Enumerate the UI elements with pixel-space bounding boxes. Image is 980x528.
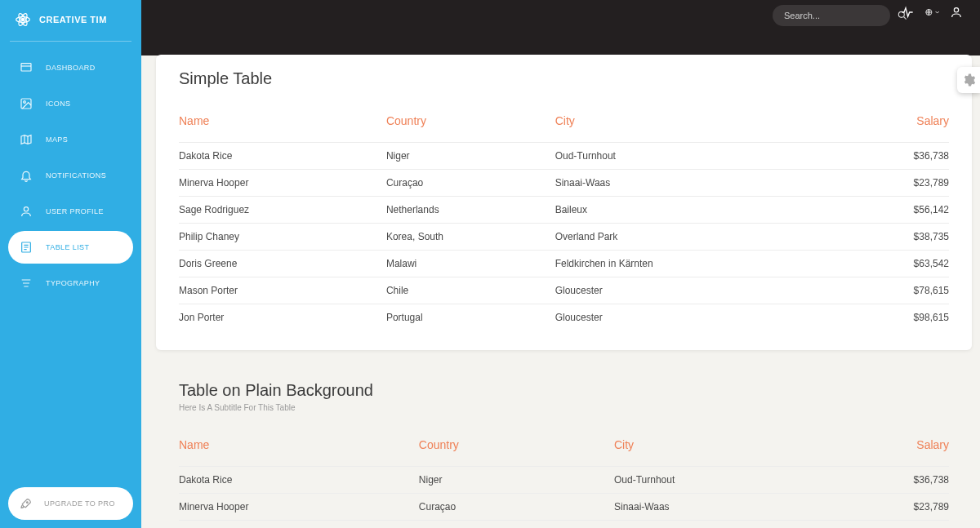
table-row: Mason PorterChileGloucester$78,615 [179, 277, 949, 304]
card-title: Table on Plain Background [179, 381, 949, 400]
table-cell: Dakota Rice [179, 467, 419, 494]
table-cell: Baileux [614, 521, 828, 529]
table-cell: Portugal [386, 304, 555, 331]
table-cell: Sinaai-Waas [614, 494, 828, 521]
sidebar-item-icons[interactable]: ICONS [8, 87, 133, 120]
table-header: Country [386, 106, 555, 143]
table-cell: Sinaai-Waas [555, 170, 844, 197]
table-cell: Gloucester [555, 304, 844, 331]
table-cell: Curaçao [419, 494, 614, 521]
sidebar-item-table-list[interactable]: TABLE LIST [8, 231, 133, 264]
search-input[interactable] [784, 11, 897, 20]
main: Simple Table NameCountryCitySalary Dakot… [141, 0, 980, 528]
table-cell: Philip Chaney [179, 224, 386, 251]
plain-table: NameCountryCitySalary Dakota RiceNigerOu… [179, 430, 949, 528]
svg-point-6 [24, 101, 26, 104]
table-cell: Netherlands [419, 521, 614, 529]
sidebar-item-label: TABLE LIST [46, 243, 89, 251]
simple-table: NameCountryCitySalary Dakota RiceNigerOu… [179, 106, 949, 331]
sidebar-item-dashboard[interactable]: DASHBOARD [8, 51, 133, 84]
divider [10, 41, 131, 42]
table-row: Jon PorterPortugalGloucester$98,615 [179, 304, 949, 331]
table-row: Dakota RiceNigerOud-Turnhout$36,738 [179, 467, 949, 494]
content: Simple Table NameCountryCitySalary Dakot… [141, 55, 980, 528]
table-cell: $56,142 [828, 521, 949, 529]
table-cell: Overland Park [555, 224, 844, 251]
table-header: Name [179, 430, 419, 467]
rocket-icon [20, 497, 33, 510]
sidebar: CREATIVE TIM DASHBOARDICONSMAPSNOTIFICAT… [0, 0, 141, 528]
simple-table-card: Simple Table NameCountryCitySalary Dakot… [156, 55, 972, 350]
svg-point-12 [954, 8, 958, 12]
globe-icon[interactable] [924, 5, 939, 20]
table-cell: Sage Rodriguez [179, 197, 386, 224]
table-cell: Curaçao [386, 170, 555, 197]
table-cell: Dakota Rice [179, 143, 386, 170]
table-row: Sage RodriguezNetherlandsBaileux$56,142 [179, 521, 949, 529]
table-cell: $78,615 [844, 277, 949, 304]
table-cell: $36,738 [828, 467, 949, 494]
table-cell: $56,142 [844, 197, 949, 224]
table-row: Minerva HooperCuraçaoSinaai-Waas$23,789 [179, 494, 949, 521]
sidebar-item-label: TYPOGRAPHY [46, 279, 100, 287]
table-cell: Doris Greene [179, 251, 386, 277]
table-cell: Gloucester [555, 277, 844, 304]
react-icon [15, 11, 31, 28]
table-row: Minerva HooperCuraçaoSinaai-Waas$23,789 [179, 170, 949, 197]
table-cell: Minerva Hooper [179, 170, 386, 197]
table-cell: Niger [419, 467, 614, 494]
sidebar-item-notifications[interactable]: NOTIFICATIONS [8, 159, 133, 192]
svg-point-7 [24, 207, 28, 211]
nav-icon [20, 205, 33, 218]
table-cell: Mason Porter [179, 277, 386, 304]
table-cell: $23,789 [828, 494, 949, 521]
table-header: Country [419, 430, 614, 467]
nav-icon [20, 169, 33, 182]
table-cell: Feldkirchen in Kärnten [555, 251, 844, 277]
table-header: Name [179, 106, 386, 143]
user-icon[interactable] [949, 5, 964, 20]
table-cell: Baileux [555, 197, 844, 224]
nav-icon [20, 241, 33, 254]
table-cell: Jon Porter [179, 304, 386, 331]
table-row: Doris GreeneMalawiFeldkirchen in Kärnten… [179, 251, 949, 277]
settings-tab[interactable] [957, 67, 980, 93]
upgrade-button[interactable]: UPGRADE TO PRO [8, 487, 133, 520]
nav-icon [20, 277, 33, 290]
table-header: City [555, 106, 844, 143]
table-cell: Oud-Turnhout [614, 467, 828, 494]
brand[interactable]: CREATIVE TIM [0, 0, 141, 36]
plain-table-card: Table on Plain Background Here Is A Subt… [156, 366, 972, 528]
sidebar-item-typography[interactable]: TYPOGRAPHY [8, 267, 133, 299]
search-box[interactable] [773, 5, 890, 26]
nav: DASHBOARDICONSMAPSNOTIFICATIONSUSER PROF… [0, 51, 141, 299]
gear-icon [961, 73, 976, 87]
table-cell: $23,789 [844, 170, 949, 197]
activity-icon[interactable] [900, 5, 915, 20]
sidebar-item-label: DASHBOARD [46, 64, 96, 72]
upgrade-label: UPGRADE TO PRO [44, 499, 115, 508]
table-cell: $63,542 [844, 251, 949, 277]
nav-icon [20, 61, 33, 74]
table-cell: Oud-Turnhout [555, 143, 844, 170]
table-cell: Chile [386, 277, 555, 304]
svg-rect-4 [21, 64, 31, 71]
table-cell: Niger [386, 143, 555, 170]
sidebar-item-maps[interactable]: MAPS [8, 123, 133, 156]
table-row: Dakota RiceNigerOud-Turnhout$36,738 [179, 143, 949, 170]
table-header: City [614, 430, 828, 467]
brand-title: CREATIVE TIM [39, 15, 107, 24]
table-cell: Minerva Hooper [179, 494, 419, 521]
table-cell: Netherlands [386, 197, 555, 224]
card-subtitle: Here Is A Subtitle For This Table [179, 403, 949, 412]
sidebar-item-user-profile[interactable]: USER PROFILE [8, 195, 133, 228]
svg-point-9 [27, 502, 29, 504]
sidebar-item-label: USER PROFILE [46, 207, 104, 215]
table-cell: Korea, South [386, 224, 555, 251]
nav-icon [20, 133, 33, 146]
table-header: Salary [844, 106, 949, 143]
table-cell: $98,615 [844, 304, 949, 331]
table-cell: Sage Rodriguez [179, 521, 419, 529]
table-cell: $38,735 [844, 224, 949, 251]
table-cell: $36,738 [844, 143, 949, 170]
